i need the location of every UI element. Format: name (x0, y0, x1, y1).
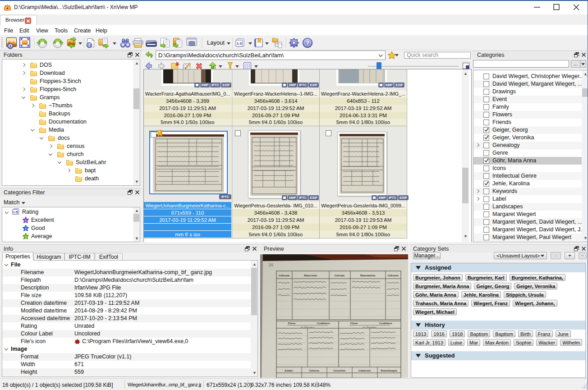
svg-text:Großeltern: Großeltern (379, 322, 392, 325)
svg-text:Bemerkungen.: Bemerkungen. (381, 369, 398, 372)
svg-text:Großeltern: Großeltern (317, 322, 330, 325)
svg-text:Geboren.: Geboren. (279, 274, 290, 277)
svg-text:1-5: 1-5 (13, 211, 17, 214)
svg-text:?: ? (306, 40, 309, 46)
svg-text:Getraut.: Getraut. (335, 274, 345, 277)
svg-text:Kinder.: Kinder. (285, 369, 294, 372)
svg-text:Layout: Layout (207, 39, 225, 46)
svg-text:Geboren.: Geboren. (309, 369, 320, 372)
svg-text:der Hausmutter: der Hausmutter (363, 326, 377, 328)
svg-text:Geheiratet.: Geheiratet. (358, 369, 372, 372)
svg-text:Hausvater.: Hausvater. (304, 274, 317, 277)
svg-text:Geboren.: Geboren. (387, 274, 399, 277)
svg-text:1-5: 1-5 (237, 41, 242, 46)
svg-text:der Hausvaters: der Hausvaters (301, 326, 314, 328)
svg-text:Gestorben.: Gestorben. (333, 369, 346, 372)
svg-text:26: 26 (268, 262, 274, 267)
svg-text:Eltern: Eltern (350, 322, 358, 325)
svg-text:Hausmutter.: Hausmutter. (360, 274, 376, 277)
svg-text:i: i (89, 43, 90, 48)
svg-text:Eltern: Eltern (288, 322, 296, 325)
